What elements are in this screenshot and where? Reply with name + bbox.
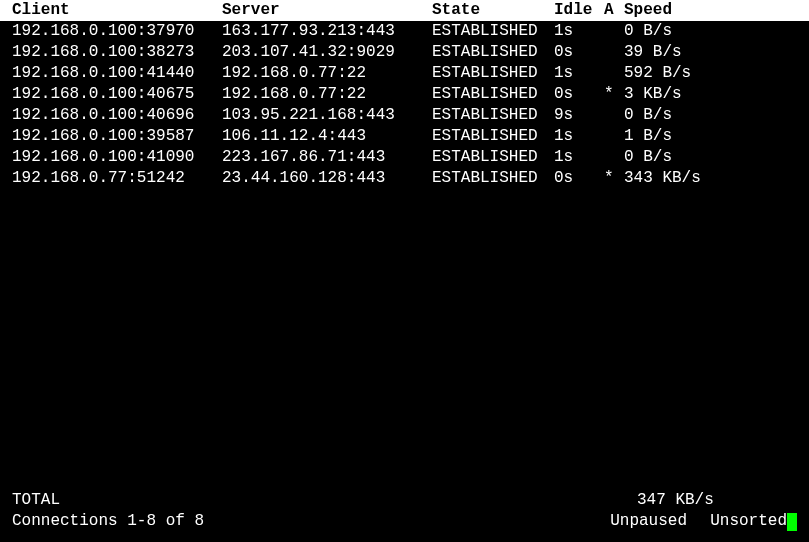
table-row[interactable]: 192.168.0.100:40675192.168.0.77:22ESTABL… (0, 84, 809, 105)
cell-client: 192.168.0.77:51242 (12, 168, 222, 189)
cell-speed: 0 B/s (624, 21, 797, 42)
table-row[interactable]: 192.168.0.100:41440192.168.0.77:22ESTABL… (0, 63, 809, 84)
cell-speed: 3 KB/s (624, 84, 797, 105)
cell-a: * (604, 168, 624, 189)
connections-count: Connections 1-8 of 8 (12, 511, 610, 532)
cell-client: 192.168.0.100:41440 (12, 63, 222, 84)
cell-state: ESTABLISHED (432, 21, 554, 42)
cell-state: ESTABLISHED (432, 84, 554, 105)
connection-list: 192.168.0.100:37970163.177.93.213:443EST… (0, 21, 809, 189)
cell-a (604, 21, 624, 42)
cell-idle: 0s (554, 168, 604, 189)
cell-state: ESTABLISHED (432, 63, 554, 84)
cell-a (604, 42, 624, 63)
cell-idle: 0s (554, 84, 604, 105)
terminal-screen: Client Server State Idle A Speed 192.168… (0, 0, 809, 542)
col-header-client[interactable]: Client (12, 0, 222, 21)
cell-speed: 0 B/s (624, 105, 797, 126)
cell-a (604, 105, 624, 126)
cell-idle: 1s (554, 63, 604, 84)
cell-idle: 1s (554, 126, 604, 147)
cell-state: ESTABLISHED (432, 147, 554, 168)
cell-speed: 1 B/s (624, 126, 797, 147)
col-header-server[interactable]: Server (222, 0, 432, 21)
cell-server: 192.168.0.77:22 (222, 84, 432, 105)
cell-state: ESTABLISHED (432, 105, 554, 126)
cell-client: 192.168.0.100:39587 (12, 126, 222, 147)
cell-a (604, 63, 624, 84)
status-bar: TOTAL 347 KB/s Connections 1-8 of 8 Unpa… (0, 490, 809, 532)
cell-state: ESTABLISHED (432, 168, 554, 189)
cell-client: 192.168.0.100:40696 (12, 105, 222, 126)
col-header-speed[interactable]: Speed (624, 0, 797, 21)
table-header: Client Server State Idle A Speed (0, 0, 809, 21)
cell-server: 103.95.221.168:443 (222, 105, 432, 126)
table-row[interactable]: 192.168.0.77:5124223.44.160.128:443ESTAB… (0, 168, 809, 189)
cell-client: 192.168.0.100:38273 (12, 42, 222, 63)
total-speed: 347 KB/s (637, 490, 797, 511)
pause-state: Unpaused (610, 511, 710, 532)
table-row[interactable]: 192.168.0.100:38273203.107.41.32:9029EST… (0, 42, 809, 63)
cell-state: ESTABLISHED (432, 126, 554, 147)
cell-server: 223.167.86.71:443 (222, 147, 432, 168)
status-line-info: Connections 1-8 of 8 Unpaused Unsorted (0, 511, 809, 532)
cell-server: 192.168.0.77:22 (222, 63, 432, 84)
col-header-idle[interactable]: Idle (554, 0, 604, 21)
total-label: TOTAL (12, 490, 637, 511)
cell-speed: 0 B/s (624, 147, 797, 168)
cell-speed: 39 B/s (624, 42, 797, 63)
cell-speed: 592 B/s (624, 63, 797, 84)
cell-client: 192.168.0.100:37970 (12, 21, 222, 42)
cell-a (604, 147, 624, 168)
cell-speed: 343 KB/s (624, 168, 797, 189)
cell-a (604, 126, 624, 147)
cell-server: 203.107.41.32:9029 (222, 42, 432, 63)
cell-server: 23.44.160.128:443 (222, 168, 432, 189)
cell-idle: 1s (554, 147, 604, 168)
cell-client: 192.168.0.100:41090 (12, 147, 222, 168)
cell-idle: 9s (554, 105, 604, 126)
cell-a: * (604, 84, 624, 105)
sort-state: Unsorted (710, 511, 787, 532)
status-line-total: TOTAL 347 KB/s (0, 490, 809, 511)
cell-server: 106.11.12.4:443 (222, 126, 432, 147)
cell-state: ESTABLISHED (432, 42, 554, 63)
cell-client: 192.168.0.100:40675 (12, 84, 222, 105)
cell-idle: 1s (554, 21, 604, 42)
cell-idle: 0s (554, 42, 604, 63)
cell-server: 163.177.93.213:443 (222, 21, 432, 42)
table-row[interactable]: 192.168.0.100:40696103.95.221.168:443EST… (0, 105, 809, 126)
table-row[interactable]: 192.168.0.100:41090223.167.86.71:443ESTA… (0, 147, 809, 168)
table-row[interactable]: 192.168.0.100:37970163.177.93.213:443EST… (0, 21, 809, 42)
col-header-a[interactable]: A (604, 0, 624, 21)
col-header-state[interactable]: State (432, 0, 554, 21)
table-row[interactable]: 192.168.0.100:39587106.11.12.4:443ESTABL… (0, 126, 809, 147)
cursor-icon (787, 513, 797, 531)
